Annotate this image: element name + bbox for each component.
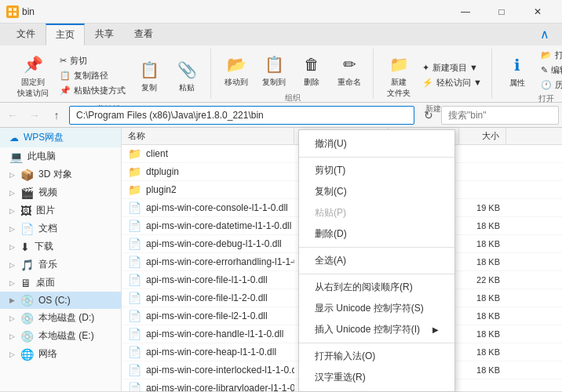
file-size: 18 KB	[459, 347, 506, 358]
back-button[interactable]: ←	[3, 106, 22, 125]
copy-path-button[interactable]: 📋 复制路径	[57, 69, 129, 82]
column-header-name[interactable]: 名称	[122, 128, 294, 144]
file-name: client	[146, 148, 168, 159]
context-menu-separator	[299, 247, 454, 248]
open-button[interactable]: 📂 打开 ▼	[538, 49, 562, 62]
svg-rect-3	[13, 13, 16, 16]
context-menu-item-insertunicode[interactable]: 插入 Unicode 控制字符(I) ▶	[299, 319, 454, 340]
tab-home[interactable]: 主页	[46, 24, 85, 45]
3d-icon: 📦	[20, 169, 34, 181]
sidebar-item-music[interactable]: ▷ 🎵 音乐	[0, 256, 121, 274]
new-item-button[interactable]: ✦ 新建项目 ▼	[419, 61, 485, 74]
file-icon: 📁	[128, 183, 141, 196]
minimize-button[interactable]: —	[447, 0, 484, 24]
ctx-label: 插入 Unicode 控制字符(I)	[315, 323, 420, 336]
up-button[interactable]: ↑	[47, 106, 66, 125]
copy-to-button[interactable]: 📋 复制到	[257, 49, 291, 91]
network-icon: 🌐	[20, 348, 34, 361]
easy-access-button[interactable]: ⚡ 轻松访问 ▼	[419, 76, 485, 89]
context-menu-item-undo[interactable]: 撤消(U)	[299, 133, 454, 154]
file-icon: 📄	[128, 238, 141, 250]
paste-shortcut-icon: 📌	[60, 85, 71, 96]
search-input[interactable]	[441, 106, 559, 125]
file-icon: 📄	[128, 382, 141, 391]
open-actions: ℹ 属性 📂 打开 ▼ ✎ 编辑 🕐 历史记录	[500, 49, 562, 92]
sidebar-item-desktop[interactable]: ▷ 🖥 桌面	[0, 274, 121, 292]
context-menu-item-ime[interactable]: 打开输入法(O)	[299, 346, 454, 367]
refresh-button[interactable]: ↻	[419, 106, 438, 125]
column-header-size[interactable]: 大小	[459, 128, 506, 144]
history-button[interactable]: 🕐 历史记录	[538, 78, 562, 92]
sidebar-item-3d[interactable]: ▷ 📦 3D 对象	[0, 165, 121, 183]
context-menu-item-rtl[interactable]: 从右到左的阅读顺序(R)	[299, 277, 454, 298]
address-input[interactable]	[69, 106, 414, 125]
ribbon: 文件 主页 共享 查看 ∧ 📌 固定到快速访问 ✂ 剪切 📋	[0, 24, 562, 103]
sidebar-item-download[interactable]: ▷ ⬇ 下载	[0, 238, 121, 256]
ctx-label: 复制(C)	[315, 185, 347, 198]
file-icon: 📄	[128, 310, 141, 322]
sidebar: ☁ WPS网盘 💻 此电脑 ▷ 📦 3D 对象 ▷ 🎬 视频 ▷ 🖼 图片 ▷ …	[0, 128, 122, 391]
file-icon: 📄	[128, 201, 141, 214]
context-menu-item-showunicode[interactable]: 显示 Unicode 控制字符(S)	[299, 298, 454, 319]
maximize-button[interactable]: □	[484, 0, 520, 24]
tab-share[interactable]: 共享	[85, 24, 124, 45]
file-size	[459, 387, 506, 389]
tab-view[interactable]: 查看	[124, 24, 163, 45]
ctx-label: 打开输入法(O)	[315, 350, 375, 363]
sidebar-item-wps[interactable]: ☁ WPS网盘	[0, 128, 121, 147]
close-button[interactable]: ✕	[520, 0, 556, 24]
sidebar-this-pc[interactable]: 💻 此电脑	[0, 147, 121, 165]
file-size	[459, 153, 506, 154]
cut-button[interactable]: ✂ 剪切	[57, 54, 129, 67]
properties-button[interactable]: ℹ 属性	[500, 49, 535, 92]
tab-file[interactable]: 文件	[6, 24, 46, 45]
new-folder-button[interactable]: 📁 新建文件夹	[381, 49, 416, 102]
ctx-label: 显示 Unicode 控制字符(S)	[315, 302, 424, 315]
context-menu-item-delete[interactable]: 删除(D)	[299, 223, 454, 245]
sidebar-item-locale[interactable]: ▷ 💿 本地磁盘 (E:)	[0, 327, 121, 345]
context-menu-item-copy[interactable]: 复制(C)	[299, 181, 454, 202]
context-menu-item-reconvert[interactable]: 汉字重选(R)	[299, 367, 454, 388]
sidebar-item-pictures[interactable]: ▷ 🖼 图片	[0, 201, 121, 220]
file-size: 19 KB	[459, 202, 506, 213]
file-name: api-ms-win-core-console-l1-1-0.dll	[146, 202, 288, 213]
ctx-label: 全选(A)	[315, 254, 346, 267]
ctx-label: 汉字重选(R)	[315, 371, 366, 384]
ctx-label: 撤消(U)	[315, 137, 347, 151]
music-icon: 🎵	[20, 259, 34, 271]
file-name: api-ms-win-core-file-l1-1-0.dll	[146, 274, 268, 285]
file-name: api-ms-win-core-file-l1-2-0.dll	[146, 292, 268, 303]
file-icon: 📄	[128, 346, 141, 358]
copy-button[interactable]: 📋 复制	[132, 54, 166, 96]
rename-icon: ✏	[337, 52, 362, 77]
sidebar-item-video[interactable]: ▷ 🎬 视频	[0, 183, 121, 201]
ribbon-content: 📌 固定到快速访问 ✂ 剪切 📋 复制路径 📌 粘贴快捷方式	[0, 45, 562, 102]
context-menu-item-selectall[interactable]: 全选(A)	[299, 250, 454, 271]
rename-button[interactable]: ✏ 重命名	[332, 49, 367, 91]
sidebar-item-osc[interactable]: ▶ 💿 OS (C:)	[0, 292, 121, 309]
sidebar-item-network[interactable]: ▷ 🌐 网络	[0, 345, 121, 363]
file-icon: 📄	[128, 328, 141, 340]
collapse-ribbon[interactable]: ∧	[534, 24, 556, 45]
edit-button[interactable]: ✎ 编辑	[538, 64, 562, 77]
file-size: 18 KB	[459, 238, 506, 249]
move-to-button[interactable]: 📂 移动到	[219, 49, 254, 91]
paste-button[interactable]: 📎 粘贴	[170, 54, 204, 96]
file-name: dtplugin	[146, 166, 179, 177]
organize-actions: 📂 移动到 📋 复制到 🗑 删除 ✏ 重命名	[219, 49, 367, 91]
pin-quickaccess-button[interactable]: 📌 固定到快速访问	[13, 49, 53, 102]
context-menu-item-cut[interactable]: 剪切(T)	[299, 160, 454, 181]
ribbon-tabs: 文件 主页 共享 查看 ∧	[0, 24, 562, 45]
ctx-label: 粘贴(P)	[315, 206, 346, 220]
properties-icon: ℹ	[505, 53, 530, 78]
sidebar-item-locald[interactable]: ▷ 💿 本地磁盘 (D:)	[0, 309, 121, 327]
ribbon-group-clipboard: 📌 固定到快速访问 ✂ 剪切 📋 复制路径 📌 粘贴快捷方式	[6, 49, 211, 99]
file-name: api-ms-win-core-libraryloader-l1-1-0.dll	[146, 383, 294, 391]
forward-button[interactable]: →	[25, 106, 44, 125]
file-icon: 📄	[128, 292, 141, 304]
file-name: api-ms-win-core-datetime-l1-1-0.dll	[146, 220, 291, 231]
sidebar-item-docs[interactable]: ▷ 📄 文档	[0, 220, 121, 238]
file-name: api-ms-win-core-heap-l1-1-0.dll	[146, 347, 276, 358]
paste-shortcut-button[interactable]: 📌 粘贴快捷方式	[57, 84, 129, 97]
delete-button[interactable]: 🗑 删除	[294, 49, 329, 91]
